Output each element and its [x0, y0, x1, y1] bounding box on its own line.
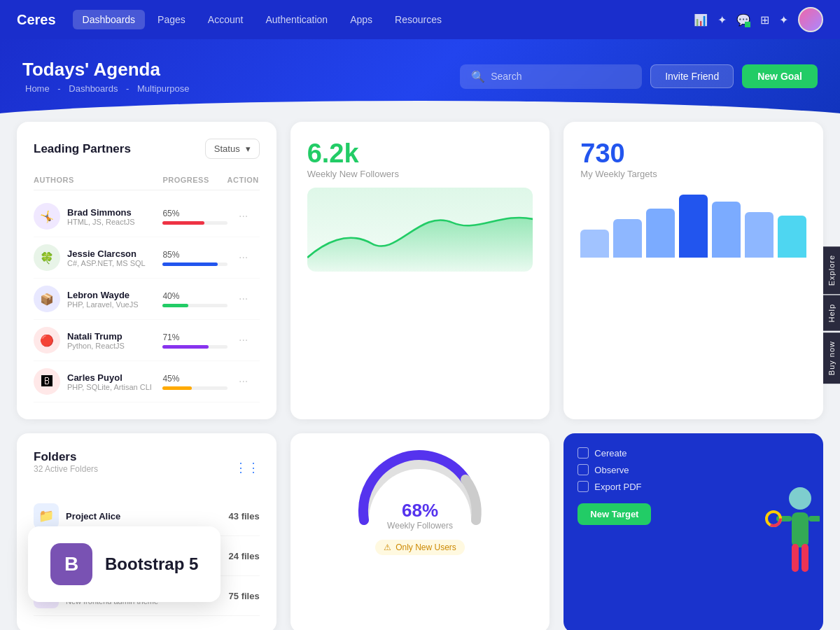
table-row: 🅱 Carles Puyol PHP, SQLite, Artisan CLI …: [34, 361, 260, 402]
followers-card: 6.2k Weekly New Followers: [290, 122, 550, 419]
author-skills: PHP, Laravel, VueJS: [67, 300, 139, 309]
checkbox-icon: [578, 447, 589, 458]
action-menu[interactable]: ···: [227, 251, 260, 264]
folder-files: 24 files: [229, 551, 260, 561]
new-target-button[interactable]: New Target: [578, 503, 651, 525]
nav-actions: 📊 ✦ 💬 ⊞ ✦: [694, 7, 823, 32]
progress-bar-bg: [162, 221, 227, 225]
progress-wrap: 85%: [162, 250, 227, 266]
page-title: Todays' Agenda: [22, 59, 192, 80]
svg-rect-6: [776, 516, 792, 522]
nav-pages[interactable]: Pages: [148, 10, 195, 29]
bar-item: [580, 230, 609, 258]
search-input[interactable]: [491, 71, 631, 82]
breadcrumb-multipurpose: Multipurpose: [137, 83, 189, 94]
folders-subtitle: 32 Active Folders: [34, 464, 98, 474]
author-info: 🍀 Jessie Clarcson C#, ASP.NET, MS SQL: [34, 244, 162, 271]
svg-rect-4: [792, 544, 799, 572]
avatar: 🔴: [34, 327, 60, 354]
author-name: Carles Puyol: [67, 372, 152, 383]
folder-icon: 📁: [34, 503, 59, 528]
nav-links: Dashboards Pages Account Authentication …: [73, 10, 694, 29]
weekly-followers-card: 68% Weekly Followers ⚠ Only New Users: [290, 433, 550, 630]
followers-stat: 6.2k: [307, 139, 533, 169]
nav-resources[interactable]: Resources: [385, 10, 451, 29]
table-row: 📦 Lebron Wayde PHP, Laravel, VueJS 40% ·…: [34, 279, 260, 320]
progress-bar-fill: [162, 262, 217, 266]
progress-percent: 65%: [162, 209, 227, 218]
new-goal-button[interactable]: New Goal: [742, 64, 818, 88]
progress-bar-fill: [162, 221, 204, 225]
invite-friend-button[interactable]: Invite Friend: [650, 64, 734, 88]
brand-logo: Ceres: [17, 12, 56, 28]
action-menu[interactable]: ···: [227, 375, 260, 388]
author-name: Lebron Wayde: [67, 290, 139, 300]
nav-authentication[interactable]: Authentication: [255, 10, 337, 29]
breadcrumb-home[interactable]: Home: [25, 83, 50, 94]
bar-chart: [580, 188, 806, 258]
chart-icon[interactable]: 📊: [694, 13, 708, 27]
folder-details: Project Alice: [66, 511, 120, 522]
folders-info: Folders 32 Active Folders: [34, 450, 98, 485]
progress-bar-fill: [162, 386, 191, 390]
bootstrap-icon: B: [50, 543, 92, 585]
svg-rect-7: [808, 516, 820, 522]
folder-files: 75 files: [229, 591, 260, 601]
breadcrumb-dashboards[interactable]: Dashboards: [69, 83, 118, 94]
author-info: 📦 Lebron Wayde PHP, Laravel, VueJS: [34, 286, 162, 312]
author-skills: PHP, SQLite, Artisan CLI: [67, 383, 152, 391]
nav-account[interactable]: Account: [198, 10, 253, 29]
folders-menu-icon[interactable]: ⋮⋮: [234, 460, 260, 475]
progress-wrap: 71%: [162, 332, 227, 349]
breadcrumb: Home - Dashboards - Multipurpose: [22, 83, 192, 94]
nav-dashboards[interactable]: Dashboards: [73, 10, 146, 29]
progress-bar-bg: [162, 262, 227, 266]
targets-card: 730 My Weekly Targets: [564, 122, 823, 419]
followers-chart: [307, 188, 533, 272]
status-dropdown[interactable]: Status ▾: [205, 139, 260, 159]
svg-rect-5: [802, 544, 808, 572]
settings-icon[interactable]: ✦: [779, 13, 788, 27]
side-explore[interactable]: Explore: [823, 246, 840, 294]
status-label: Status: [214, 144, 240, 154]
star-icon[interactable]: ✦: [718, 13, 727, 27]
table-header: AUTHORS PROGRESS ACTION: [34, 170, 260, 190]
author-info: 🅱 Carles Puyol PHP, SQLite, Artisan CLI: [34, 368, 162, 395]
folders-title: Folders: [34, 450, 98, 464]
followers-label: Weekly New Followers: [307, 169, 533, 179]
gauge-svg: 68% Weekly Followers: [350, 450, 490, 534]
bar-item: [778, 216, 806, 258]
folders-header: Folders 32 Active Folders ⋮⋮: [34, 450, 260, 485]
checkbox-icon: [578, 481, 589, 492]
author-details: Natali Trump Python, ReactJS: [67, 331, 125, 350]
author-info: 🔴 Natali Trump Python, ReactJS: [34, 327, 162, 354]
progress-bar-bg: [162, 304, 227, 307]
bar-item: [613, 219, 642, 258]
side-help[interactable]: Help: [823, 295, 840, 331]
leading-partners-card: Leading Partners Status ▾ AUTHORS PROGRE…: [17, 122, 276, 419]
avatar: 🅱: [34, 368, 60, 395]
bs-letter: B: [64, 553, 78, 575]
folder-name: Project Alice: [66, 511, 120, 522]
action-menu[interactable]: ···: [227, 334, 260, 346]
side-buy-now[interactable]: Buy now: [823, 332, 840, 384]
nav-apps[interactable]: Apps: [340, 10, 382, 29]
search-box[interactable]: 🔍: [460, 64, 642, 89]
author-details: Brad Simmons HTML, JS, ReactJS: [67, 207, 135, 226]
folder-info: 📁 Project Alice: [34, 503, 120, 528]
promo-item-label: Cereate: [594, 448, 626, 458]
table-row: 🤸 Brad Simmons HTML, JS, ReactJS 65% ···: [34, 196, 260, 237]
action-menu[interactable]: ···: [227, 210, 260, 223]
user-avatar[interactable]: [798, 7, 823, 32]
grid-icon[interactable]: ⊞: [760, 13, 769, 27]
navbar: Ceres Dashboards Pages Account Authentic…: [0, 0, 840, 39]
notification-dot: [745, 22, 750, 27]
action-menu[interactable]: ···: [227, 293, 260, 305]
progress-wrap: 40%: [162, 291, 227, 307]
chart-svg: [307, 188, 533, 272]
author-details: Jessie Clarcson C#, ASP.NET, MS SQL: [67, 248, 146, 267]
search-icon: 🔍: [471, 70, 485, 83]
bootstrap-overlay: B Bootstrap 5: [28, 526, 220, 602]
promo-item-label: Export PDF: [594, 482, 641, 492]
svg-text:68%: 68%: [402, 500, 438, 521]
